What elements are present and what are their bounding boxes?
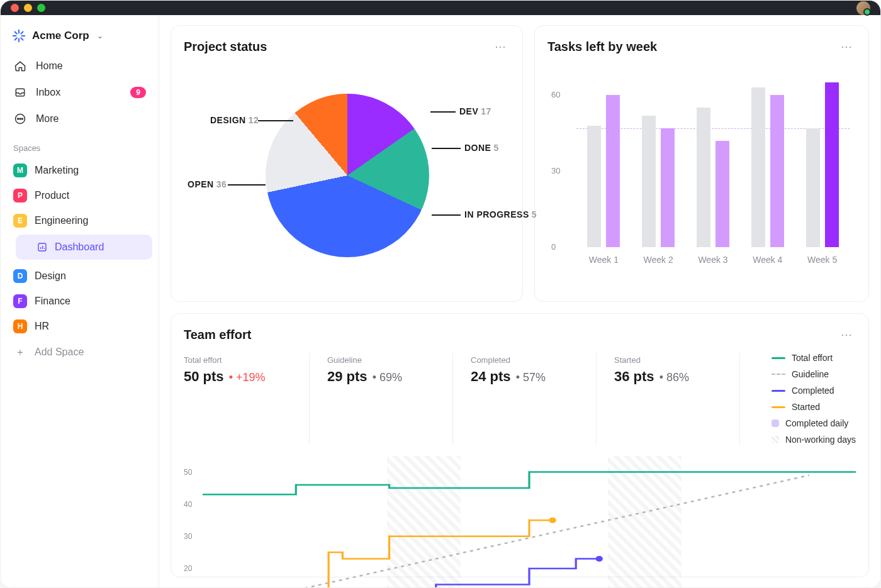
- close-window-icon[interactable]: [11, 4, 19, 12]
- svg-point-16: [549, 518, 556, 523]
- metric-label: Guideline: [327, 355, 435, 365]
- add-space-label: Add Space: [35, 347, 84, 358]
- legend-non-working-days: Non-working days: [772, 435, 856, 445]
- sidebar: Acme Corp ⌄ Home Inbox 9 More Spaces MMa…: [1, 15, 159, 587]
- space-label: Design: [35, 270, 66, 282]
- metric-completed: Completed24 pts • 57%: [471, 353, 597, 445]
- space-item-marketing[interactable]: MMarketing: [7, 158, 152, 183]
- chevron-down-icon: ⌄: [97, 31, 103, 40]
- space-badge-icon: F: [13, 294, 27, 308]
- pie-label-done: DONE5: [464, 143, 499, 153]
- y-tick-label: 50: [184, 468, 192, 477]
- home-icon: [13, 59, 27, 73]
- space-badge-icon: D: [13, 269, 27, 283]
- metric-value: 36 pts • 86%: [614, 369, 722, 385]
- tasks-left-chart: 03060Week 1Week 2Week 3Week 4Week 5: [547, 56, 856, 282]
- tasks-left-more-button[interactable]: ⋯: [838, 37, 856, 56]
- legend-total-effort: Total effort: [772, 353, 856, 363]
- space-item-design[interactable]: DDesign: [7, 263, 152, 289]
- inbox-icon: [13, 86, 27, 99]
- svg-rect-12: [38, 243, 46, 251]
- y-tick-label: 30: [184, 532, 192, 541]
- svg-point-11: [21, 118, 23, 119]
- tasks-left-card: Tasks left by week ⋯ 03060Week 1Week 2We…: [534, 25, 869, 302]
- space-item-hr[interactable]: HHR: [7, 314, 152, 339]
- nav-home[interactable]: Home: [7, 53, 152, 79]
- metric-guideline: Guideline29 pts • 69%: [327, 353, 453, 445]
- workspace-switcher[interactable]: Acme Corp ⌄: [7, 23, 152, 53]
- space-label: Product: [35, 190, 69, 201]
- spaces-section-label: Spaces: [7, 132, 152, 158]
- svg-point-17: [596, 556, 603, 562]
- workspace-name: Acme Corp: [32, 30, 89, 42]
- nav-inbox-label: Inbox: [36, 87, 60, 98]
- minimize-window-icon[interactable]: [24, 4, 32, 12]
- pie-label-open: OPEN36: [188, 179, 227, 189]
- metric-started: Started36 pts • 86%: [614, 353, 740, 445]
- space-label: Engineering: [35, 215, 88, 226]
- svg-line-7: [21, 32, 23, 34]
- x-tick-label: Week 1: [581, 255, 626, 265]
- space-label: Finance: [35, 296, 70, 307]
- svg-line-5: [21, 38, 23, 40]
- x-tick-label: Week 3: [690, 255, 736, 265]
- tasks-left-title: Tasks left by week: [547, 40, 657, 54]
- metric-label: Total effort: [184, 355, 291, 365]
- project-status-chart: DEV17 DONE5 IN PROGRESS5 OPEN36 DESIGN12: [184, 56, 510, 282]
- space-badge-icon: M: [13, 164, 27, 177]
- metric-value: 29 pts • 69%: [327, 369, 435, 385]
- inbox-badge: 9: [130, 87, 146, 98]
- maximize-window-icon[interactable]: [37, 4, 45, 12]
- plus-icon: ＋: [13, 345, 27, 359]
- nav-more-label: More: [36, 113, 59, 125]
- metric-value: 50 pts • +19%: [184, 369, 291, 385]
- legend-completed: Completed: [772, 386, 856, 396]
- y-tick-label: 60: [551, 90, 560, 99]
- space-item-product[interactable]: PProduct: [7, 183, 152, 208]
- svg-line-6: [15, 38, 17, 40]
- user-avatar[interactable]: [856, 1, 870, 15]
- dashboard-icon: [36, 241, 48, 253]
- x-tick-label: Week 5: [800, 255, 845, 265]
- project-status-title: Project status: [184, 40, 267, 54]
- y-tick-label: 40: [184, 500, 192, 509]
- team-effort-title: Team effort: [184, 328, 251, 342]
- add-space-button[interactable]: ＋ Add Space: [7, 339, 152, 365]
- legend-guideline: Guideline: [772, 369, 856, 379]
- x-tick-label: Week 4: [745, 255, 790, 265]
- team-effort-card: Team effort ⋯ Total effort50 pts • +19%G…: [171, 313, 869, 577]
- pie-label-design: DESIGN12: [210, 115, 259, 125]
- svg-point-10: [20, 118, 21, 119]
- space-badge-icon: E: [13, 214, 27, 228]
- metric-label: Started: [614, 355, 722, 365]
- nav-inbox[interactable]: Inbox 9: [7, 79, 152, 106]
- team-effort-legend: Total effort Guideline Completed Started…: [759, 353, 856, 445]
- pie-label-inprogress: IN PROGRESS5: [464, 209, 537, 219]
- pie-label-dev: DEV17: [459, 106, 491, 116]
- main-content: Project status ⋯ DEV17 DONE5: [159, 15, 880, 587]
- space-item-engineering[interactable]: EEngineering: [7, 208, 152, 233]
- project-status-more-button[interactable]: ⋯: [492, 37, 510, 56]
- svg-line-4: [15, 32, 17, 34]
- team-effort-chart: 20304050: [184, 456, 856, 587]
- workspace-logo-icon: [12, 29, 26, 43]
- svg-point-9: [18, 118, 19, 119]
- metric-total-effort: Total effort50 pts • +19%: [184, 353, 310, 445]
- more-icon: [13, 112, 27, 126]
- metric-label: Completed: [471, 355, 578, 365]
- x-tick-label: Week 2: [636, 255, 681, 265]
- engineering-dashboard-item[interactable]: Dashboard: [16, 235, 152, 260]
- y-tick-label: 30: [551, 166, 560, 175]
- legend-completed-daily: Completed daily: [772, 418, 856, 428]
- team-effort-more-button[interactable]: ⋯: [838, 325, 856, 344]
- project-status-card: Project status ⋯ DEV17 DONE5: [171, 25, 523, 302]
- y-tick-label: 0: [551, 242, 556, 252]
- dashboard-label: Dashboard: [55, 241, 104, 253]
- nav-more[interactable]: More: [7, 106, 152, 132]
- window-titlebar: [1, 1, 880, 15]
- space-item-finance[interactable]: FFinance: [7, 289, 152, 314]
- pie-chart: [266, 94, 429, 257]
- metric-value: 24 pts • 57%: [471, 369, 578, 385]
- space-badge-icon: H: [13, 319, 27, 333]
- legend-started: Started: [772, 402, 856, 412]
